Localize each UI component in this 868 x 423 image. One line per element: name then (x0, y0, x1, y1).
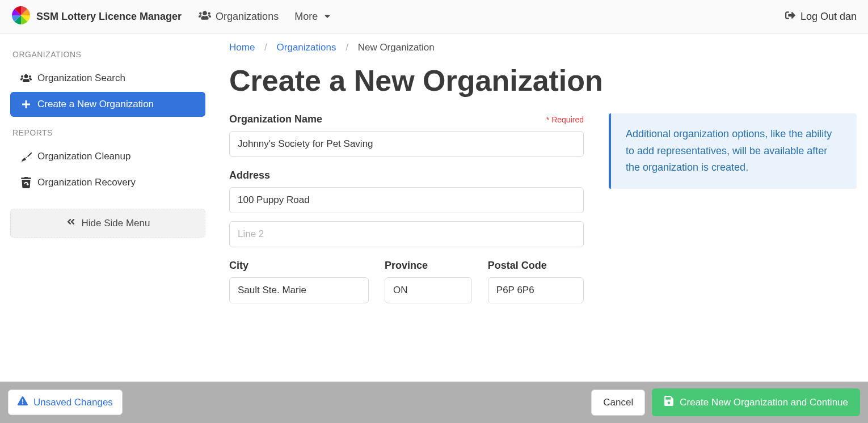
info-message: Additional organization options, like th… (609, 113, 857, 189)
warning-icon (18, 396, 33, 409)
nav-organizations-label: Organizations (216, 11, 279, 23)
bottom-action-bar: Unsaved Changes Cancel Create New Organi… (0, 382, 868, 423)
chevron-down-icon (323, 11, 336, 23)
sidebar-heading-reports: REPORTS (12, 128, 205, 137)
sidebar-item-create-new-organization[interactable]: Create a New Organization (10, 92, 205, 117)
province-label: Province (385, 260, 472, 272)
address-line2-input[interactable] (229, 221, 584, 247)
brand[interactable]: SSM Lottery Licence Manager (11, 6, 182, 28)
breadcrumb-organizations[interactable]: Organizations (277, 42, 336, 53)
nav-more-label: More (294, 11, 318, 23)
users-icon (18, 74, 34, 83)
province-input[interactable] (385, 277, 472, 303)
brand-logo-icon (11, 6, 36, 28)
hide-side-menu-label: Hide Side Menu (82, 218, 150, 229)
city-province-postal-row: City Province Postal Code (229, 260, 584, 303)
breadcrumb-current: New Organization (358, 42, 435, 53)
trash-restore-icon (18, 177, 34, 188)
info-message-text: Additional organization options, like th… (626, 128, 832, 173)
save-icon (664, 396, 680, 409)
hide-side-menu-button[interactable]: Hide Side Menu (10, 209, 205, 238)
nav-more[interactable]: More (294, 11, 336, 23)
angle-double-left-icon (66, 217, 82, 229)
breadcrumb-home[interactable]: Home (229, 42, 255, 53)
create-organization-continue-label: Create New Organization and Continue (680, 397, 848, 408)
city-input[interactable] (229, 277, 369, 303)
sidebar: ORGANIZATIONS Organization Search Create… (0, 34, 216, 360)
users-icon (199, 10, 216, 23)
field-organization-name: Organization Name * Required (229, 113, 584, 157)
address-line1-input[interactable] (229, 187, 584, 213)
postal-code-input[interactable] (488, 277, 584, 303)
sidebar-item-organization-cleanup[interactable]: Organization Cleanup (10, 144, 205, 169)
sidebar-heading-organizations: ORGANIZATIONS (12, 50, 205, 59)
sidebar-item-label: Organization Recovery (37, 177, 136, 188)
address-label: Address (229, 170, 270, 181)
create-organization-continue-button[interactable]: Create New Organization and Continue (652, 388, 860, 416)
breadcrumb-separator: / (264, 42, 267, 53)
brand-title: SSM Lottery Licence Manager (36, 11, 182, 23)
sidebar-item-label: Organization Search (37, 73, 125, 84)
unsaved-changes-label: Unsaved Changes (33, 397, 113, 408)
organization-name-label: Organization Name (229, 113, 322, 125)
logout-label: Log Out dan (800, 11, 857, 23)
logout-icon (785, 10, 800, 23)
breadcrumb-separator: / (345, 42, 348, 53)
field-address: Address (229, 170, 584, 247)
sidebar-item-organization-search[interactable]: Organization Search (10, 66, 205, 91)
required-indicator: * Required (546, 115, 584, 124)
unsaved-changes-tag: Unsaved Changes (8, 390, 123, 415)
plus-icon (18, 100, 34, 109)
cancel-button-label: Cancel (603, 397, 633, 408)
sidebar-item-label: Organization Cleanup (37, 151, 130, 162)
top-navbar: SSM Lottery Licence Manager Organization… (0, 0, 868, 34)
page-title: Create a New Organization (229, 64, 857, 98)
city-label: City (229, 260, 369, 272)
sidebar-item-label: Create a New Organization (37, 99, 154, 110)
nav-organizations[interactable]: Organizations (199, 10, 279, 23)
cancel-button[interactable]: Cancel (591, 390, 645, 416)
broom-icon (18, 151, 34, 162)
form-column: Organization Name * Required Address Cit… (229, 113, 584, 303)
breadcrumb: Home / Organizations / New Organization (229, 42, 857, 53)
organization-name-input[interactable] (229, 131, 584, 157)
main-content: Home / Organizations / New Organization … (216, 34, 868, 360)
logout-link[interactable]: Log Out dan (785, 10, 857, 23)
postal-code-label: Postal Code (488, 260, 584, 272)
sidebar-item-organization-recovery[interactable]: Organization Recovery (10, 170, 205, 195)
